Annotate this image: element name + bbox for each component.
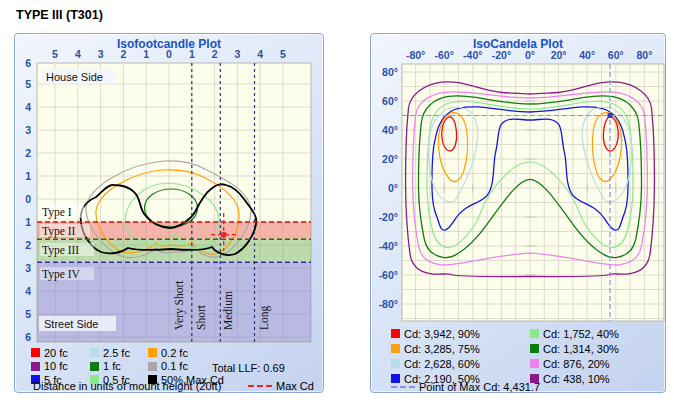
x-tick: -40° bbox=[463, 49, 482, 61]
x-tick: 60° bbox=[608, 49, 624, 61]
x-axis-ticks: -80° -60° -40° -20° 0° 20° 40° 60° 80° bbox=[406, 49, 652, 61]
legend-swatch bbox=[391, 344, 400, 353]
y-tick: 5 bbox=[25, 78, 31, 90]
point-of-max-cd-legend: Point of Max Cd: 4,431.7 bbox=[391, 381, 540, 393]
photometric-report-page: TYPE III (T301) Isofootcandle Plot bbox=[0, 0, 680, 416]
legend-label: 10 fc bbox=[44, 360, 68, 372]
y-tick: 2 bbox=[25, 239, 31, 251]
legend-swatch bbox=[148, 362, 157, 371]
x-tick: 1 bbox=[189, 48, 195, 60]
crosshair-dash-icon bbox=[391, 386, 415, 388]
x-tick: 0° bbox=[525, 49, 535, 61]
legend-swatch bbox=[31, 348, 40, 357]
legend-label: Cd: 438, 10% bbox=[543, 373, 610, 385]
type-i-label: Type I bbox=[42, 206, 72, 219]
y-tick: 5 bbox=[25, 308, 31, 320]
y-tick: 4 bbox=[25, 285, 31, 297]
x-axis-ticks: 5 4 3 2 1 0 1 2 3 4 5 bbox=[52, 48, 286, 60]
y-tick: -40° bbox=[379, 240, 398, 252]
type-iv-label: Type IV bbox=[42, 268, 81, 281]
legend-swatch bbox=[530, 359, 539, 368]
svg-text:House Side: House Side bbox=[46, 71, 103, 83]
type-ii-label: Type II bbox=[42, 225, 76, 238]
x-tick: 2 bbox=[120, 48, 126, 60]
legend-label: Cd: 3,942, 90% bbox=[404, 328, 480, 340]
x-tick: 20° bbox=[551, 49, 567, 61]
x-tick: 5 bbox=[280, 48, 286, 60]
max-cd-label: Max Cd bbox=[276, 380, 314, 392]
x-tick: 5 bbox=[52, 48, 58, 60]
legend-label: 2.5 fc bbox=[103, 347, 130, 359]
throw-label-very-short: Very Short bbox=[173, 280, 186, 330]
max-cd-legend: Max Cd bbox=[248, 380, 314, 392]
house-side-label: House Side bbox=[42, 69, 116, 84]
type-iii-label: Type III bbox=[42, 244, 79, 257]
x-tick: 4 bbox=[75, 48, 81, 60]
y-tick: 0° bbox=[388, 182, 398, 194]
street-side-label: Street Side bbox=[39, 316, 116, 331]
legend-item: 0.2 fc bbox=[148, 346, 273, 360]
legend-swatch bbox=[530, 344, 539, 353]
x-tick: 80° bbox=[636, 49, 652, 61]
max-cd-point-dot bbox=[608, 113, 613, 118]
x-tick: 1 bbox=[143, 48, 149, 60]
y-tick: 20° bbox=[382, 153, 398, 165]
x-tick: -80° bbox=[406, 49, 425, 61]
legend-label: Cd: 876, 20% bbox=[543, 358, 610, 370]
x-tick: 4 bbox=[257, 48, 263, 60]
y-tick: 1 bbox=[25, 170, 31, 182]
y-tick: 2 bbox=[25, 147, 31, 159]
plot-area bbox=[402, 64, 664, 321]
y-tick: 40° bbox=[382, 124, 398, 136]
legend-item: Cd: 438, 10% bbox=[530, 371, 660, 386]
total-llf: Total LLF: 0.69 bbox=[212, 362, 285, 374]
max-cd-dash-icon bbox=[248, 385, 272, 387]
isofootcandle-plot: House Side Street Side Type I Type II Ty… bbox=[15, 34, 323, 392]
legend-label: 0.1 fc bbox=[161, 360, 188, 372]
legend-label: 20 fc bbox=[44, 347, 68, 359]
isofootcandle-panel: Isofootcandle Plot bbox=[14, 33, 324, 393]
svg-text:Street Side: Street Side bbox=[44, 318, 98, 330]
legend-swatch bbox=[90, 362, 99, 371]
x-tick: 3 bbox=[98, 48, 104, 60]
legend-item: Cd: 2,628, 60% bbox=[391, 356, 530, 371]
isocandela-legend: Cd: 3,942, 90% Cd: 3,285, 75% Cd: 2,628,… bbox=[391, 326, 660, 386]
page-title: TYPE III (T301) bbox=[16, 8, 103, 22]
legend-label: Cd: 1,752, 40% bbox=[543, 328, 619, 340]
y-tick: 6 bbox=[25, 331, 31, 343]
isocandela-panel: IsoCandela Plot bbox=[370, 33, 666, 393]
legend-label: Cd: 1,314, 30% bbox=[543, 343, 619, 355]
x-tick: 2 bbox=[212, 48, 218, 60]
y-tick: 6 bbox=[25, 57, 31, 69]
y-tick: -20° bbox=[379, 211, 398, 223]
y-tick: 60° bbox=[382, 95, 398, 107]
legend-item: 10 fc bbox=[31, 360, 90, 374]
legend-item: Cd: 1,752, 40% bbox=[530, 326, 660, 341]
legend-label: 1 fc bbox=[103, 360, 121, 372]
y-tick: -60° bbox=[379, 269, 398, 281]
x-tick: 0 bbox=[166, 48, 172, 60]
legend-item: 2.5 fc bbox=[90, 346, 148, 360]
legend-label: 0.2 fc bbox=[161, 347, 188, 359]
y-tick: 3 bbox=[25, 262, 31, 274]
legend-swatch bbox=[530, 329, 539, 338]
legend-item: Cd: 3,285, 75% bbox=[391, 341, 530, 356]
y-tick: 3 bbox=[25, 124, 31, 136]
legend-item: Cd: 1,314, 30% bbox=[530, 341, 660, 356]
y-tick: -80° bbox=[379, 298, 398, 310]
legend-swatch bbox=[391, 359, 400, 368]
distance-units-note: Distance in units of mount height (20ft) bbox=[33, 380, 221, 392]
throw-label-short: Short bbox=[195, 304, 207, 330]
throw-label-long: Long bbox=[258, 305, 271, 330]
x-tick: 40° bbox=[579, 49, 595, 61]
x-tick: -60° bbox=[435, 49, 454, 61]
y-tick: 80° bbox=[382, 66, 398, 78]
legend-label: Cd: 3,285, 75% bbox=[404, 343, 480, 355]
throw-label-medium: Medium bbox=[222, 291, 234, 330]
legend-item: 20 fc bbox=[31, 346, 90, 360]
y-tick: 1 bbox=[25, 216, 31, 228]
y-tick: 4 bbox=[25, 101, 31, 113]
legend-swatch bbox=[31, 362, 40, 371]
legend-swatch bbox=[90, 348, 99, 357]
x-tick: -20° bbox=[492, 49, 511, 61]
